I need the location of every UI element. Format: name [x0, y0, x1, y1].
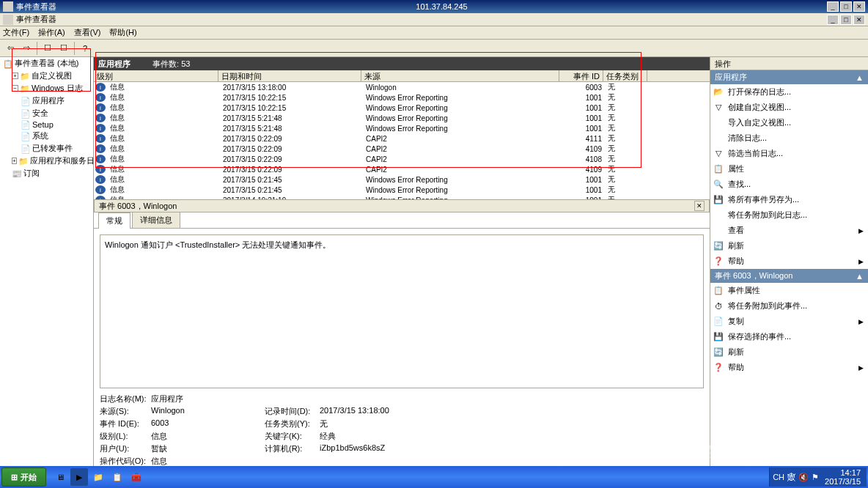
toolbar: ⇦ ⇨ ☐ ☐ ? — [0, 40, 868, 57]
forward-button[interactable]: ⇨ — [19, 41, 34, 56]
filter-icon: ▽ — [713, 103, 724, 113]
action-help-2[interactable]: ❓帮助▶ — [710, 360, 868, 375]
action-attach-task-log[interactable]: 将任务附加到此日志... — [710, 207, 868, 223]
info-icon: i — [95, 114, 106, 122]
maximize-button[interactable]: □ — [840, 1, 852, 12]
toolbar-btn-2[interactable]: ☐ — [56, 41, 71, 56]
detail-title: 事件 6003，Winlogon — [99, 201, 177, 212]
table-row[interactable]: i 信息 2017/3/15 0:22:09 CAPI2 4111 无 — [94, 133, 710, 144]
action-clear-log[interactable]: 清除日志... — [710, 130, 868, 146]
inner-maximize-button[interactable]: □ — [840, 15, 852, 25]
col-source[interactable]: 来源 — [361, 70, 559, 81]
tree-custom-views[interactable]: +📁自定义视图 — [0, 70, 93, 82]
tree-setup[interactable]: 📄Setup — [0, 119, 93, 130]
taskbar-item-5[interactable]: 🧰 — [128, 468, 145, 486]
action-refresh[interactable]: 🔄刷新 — [710, 238, 868, 254]
lang-indicator[interactable]: CH — [773, 473, 784, 481]
menu-file[interactable]: 文件(F) — [3, 27, 29, 38]
inner-close-button[interactable]: ✕ — [853, 15, 865, 25]
table-row[interactable]: i 信息 2017/3/15 0:21:45 Windows Error Rep… — [94, 185, 710, 195]
toolbar-btn-1[interactable]: ☐ — [40, 41, 55, 56]
action-attach-task-event[interactable]: ⏱将任务附加到此事件... — [710, 298, 868, 314]
tree-windows-logs[interactable]: −📁Windows 日志 — [0, 82, 93, 95]
col-cat[interactable]: 任务类别 — [603, 70, 647, 81]
tree-security[interactable]: 📄安全 — [0, 107, 93, 119]
find-icon: 🔍 — [713, 180, 724, 190]
col-id[interactable]: 事件 ID — [559, 70, 603, 81]
info-icon: i — [95, 83, 106, 92]
table-row[interactable]: i 信息 2017/3/15 0:22:09 CAPI2 4109 无 — [94, 144, 710, 154]
tree-forwarded[interactable]: 📄已转发事件 — [0, 142, 93, 155]
action-filter-log[interactable]: ▽筛选当前日志... — [710, 146, 868, 161]
col-level[interactable]: 级别 — [94, 70, 218, 81]
taskbar-item-3[interactable]: 📁 — [89, 468, 107, 486]
action-create-view[interactable]: ▽创建自定义视图... — [710, 100, 868, 115]
action-view[interactable]: 查看▶ — [710, 223, 868, 238]
action-event-props[interactable]: 📋事件属性 — [710, 283, 868, 298]
table-row[interactable]: i 信息 2017/3/15 0:22:09 CAPI2 4109 无 — [94, 164, 710, 174]
table-row[interactable]: i 信息 2017/3/15 0:21:45 Windows Error Rep… — [94, 174, 710, 185]
close-button[interactable]: ✕ — [853, 1, 865, 12]
table-row[interactable]: i 信息 2017/3/15 5:21:48 Windows Error Rep… — [94, 123, 710, 133]
collapse-icon[interactable]: ▲ — [856, 73, 864, 82]
minimize-button[interactable]: _ — [827, 1, 839, 12]
clock[interactable]: 14:172017/3/15 — [822, 468, 864, 486]
action-help[interactable]: ❓帮助▶ — [710, 254, 868, 269]
detail-close-button[interactable]: ✕ — [694, 201, 705, 211]
tab-general[interactable]: 常规 — [98, 212, 130, 229]
actions-section-app: 应用程序▲ — [710, 70, 868, 84]
action-find[interactable]: 🔍查找... — [710, 177, 868, 192]
properties-icon: 📋 — [713, 286, 724, 296]
tree-application[interactable]: 📄应用程序 — [0, 95, 93, 107]
menu-action[interactable]: 操作(A) — [38, 27, 65, 38]
collapse-icon[interactable]: ▲ — [856, 272, 864, 281]
action-save-all[interactable]: 💾将所有事件另存为... — [710, 192, 868, 207]
col-date[interactable]: 日期和时间 — [218, 70, 361, 81]
taskbar-item-2[interactable]: ▶ — [70, 468, 88, 486]
tray-icon-1[interactable]: 🕸 — [787, 473, 795, 481]
info-icon: i — [95, 196, 106, 199]
action-copy[interactable]: 📄复制▶ — [710, 314, 868, 329]
table-row[interactable]: i 信息 2017/3/15 5:21:48 Windows Error Rep… — [94, 113, 710, 123]
info-icon: i — [95, 124, 106, 133]
action-import-view[interactable]: 导入自定义视图... — [710, 115, 868, 130]
table-row[interactable]: i 信息 2017/3/14 19:21:19 Windows Error Re… — [94, 195, 710, 199]
titlebar-center: 101.37.84.245 — [56, 2, 827, 11]
tray-icon-2[interactable]: 🔇 — [798, 473, 809, 482]
info-icon: i — [95, 155, 106, 163]
inner-title: 事件查看器 — [16, 14, 56, 25]
taskbar-item-4[interactable]: 📋 — [108, 468, 126, 486]
folder-open-icon: 📂 — [713, 87, 724, 97]
action-properties[interactable]: 📋属性 — [710, 161, 868, 177]
menu-view[interactable]: 查看(V) — [74, 27, 101, 38]
inner-minimize-button[interactable]: _ — [827, 15, 839, 25]
action-save-selected[interactable]: 💾保存选择的事件... — [710, 329, 868, 344]
table-row[interactable]: i 信息 2017/3/15 10:22:15 Windows Error Re… — [94, 103, 710, 113]
action-refresh-2[interactable]: 🔄刷新 — [710, 344, 868, 360]
menu-help[interactable]: 帮助(H) — [109, 27, 136, 38]
table-row[interactable]: i 信息 2017/3/15 13:18:00 Winlogon 6003 无 — [94, 82, 710, 92]
tree-subscriptions[interactable]: 📰订阅 — [0, 167, 93, 180]
tree-system[interactable]: 📄系统 — [0, 130, 93, 142]
info-icon: i — [95, 103, 106, 112]
event-message: Winlogon 通知订户 <TrustedInstaller> 无法处理关键通… — [100, 234, 704, 388]
filter-icon: ▽ — [713, 149, 724, 159]
action-open-saved[interactable]: 📂打开保存的日志... — [710, 84, 868, 100]
back-button[interactable]: ⇦ — [3, 41, 18, 56]
detail-header: 事件 6003，Winlogon ✕ — [94, 199, 710, 212]
table-row[interactable]: i 信息 2017/3/15 10:22:15 Windows Error Re… — [94, 92, 710, 103]
tree-app-services[interactable]: +📁应用程序和服务日志 — [0, 155, 93, 167]
tray-icon-3[interactable]: ⚑ — [812, 473, 819, 482]
info-icon: i — [95, 93, 106, 102]
event-list[interactable]: i 信息 2017/3/15 13:18:00 Winlogon 6003 无i… — [94, 82, 710, 199]
tab-details[interactable]: 详细信息 — [132, 212, 180, 228]
detail-body: Winlogon 通知订户 <TrustedInstaller> 无法处理关键通… — [94, 229, 710, 479]
taskbar-item-1[interactable]: 🖥 — [51, 468, 69, 486]
help-button[interactable]: ? — [78, 41, 92, 56]
app-title: 事件查看器 — [16, 1, 56, 12]
task-icon: ⏱ — [713, 301, 724, 311]
tree-root[interactable]: 📋事件查看器 (本地) — [0, 57, 93, 70]
table-row[interactable]: i 信息 2017/3/15 0:22:09 CAPI2 4108 无 — [94, 154, 710, 164]
start-button[interactable]: ⊞ 开始 — [1, 467, 46, 487]
help-icon: ❓ — [713, 256, 724, 267]
